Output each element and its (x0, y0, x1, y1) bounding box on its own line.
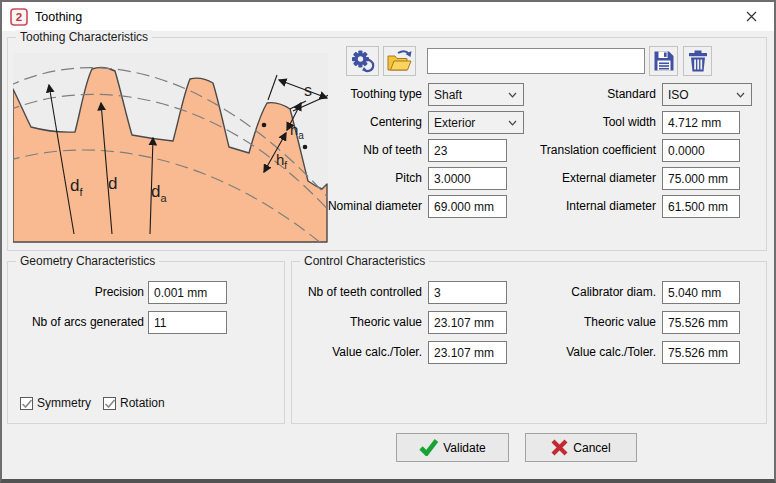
label-df: d (70, 176, 79, 195)
cancel-x-icon (551, 439, 568, 456)
preset-name-input[interactable] (427, 48, 645, 74)
label-da: d (151, 182, 160, 201)
calibrator-diam-label: Calibrator diam. (466, 281, 656, 304)
tool-width-input[interactable] (662, 111, 740, 134)
precision-input[interactable] (148, 281, 227, 304)
cancel-button[interactable]: Cancel (525, 433, 637, 462)
open-folder-icon (386, 49, 413, 73)
delete-button[interactable] (683, 46, 712, 76)
precision-label: Precision (12, 281, 144, 304)
standard-label: Standard (466, 83, 656, 106)
title-bar: 2 Toothing (2, 2, 774, 31)
check-icon (21, 399, 33, 409)
close-icon (746, 11, 757, 22)
rotation-label: Rotation (120, 396, 165, 410)
centering-label: Centering (232, 111, 422, 134)
label-d: d (108, 174, 117, 193)
external-diameter-label: External diameter (466, 167, 656, 190)
symmetry-checkbox[interactable] (20, 397, 33, 410)
window-title: Toothing (35, 10, 82, 24)
value-calc-toler-right-label: Value calc./Toler. (466, 341, 656, 364)
theoric-value-right-input[interactable] (662, 311, 740, 334)
rotation-checkbox[interactable] (103, 397, 116, 410)
nb-arcs-generated-input[interactable] (148, 311, 227, 334)
theoric-value-left-label: Theoric value (242, 311, 422, 334)
trash-icon (688, 50, 708, 72)
geometry-options: Symmetry Rotation (20, 396, 177, 410)
nb-arcs-generated-label: Nb of arcs generated (12, 311, 144, 334)
svg-text:d: d (108, 174, 117, 193)
calibrator-diam-input[interactable] (662, 281, 740, 304)
open-button[interactable] (383, 46, 416, 76)
generate-button[interactable] (346, 46, 379, 76)
standard-select[interactable]: ISO (662, 83, 752, 106)
app-logo-icon: 2 (10, 8, 28, 26)
nb-of-teeth-label: Nb of teeth (232, 139, 422, 162)
svg-text:2: 2 (16, 11, 22, 23)
toothing-type-label: Toothing type (232, 83, 422, 106)
external-diameter-input[interactable] (662, 167, 740, 190)
validate-check-icon (419, 439, 438, 456)
validate-button[interactable]: Validate (396, 433, 509, 462)
internal-diameter-label: Internal diameter (466, 195, 656, 218)
translation-coefficient-label: Translation coefficient (466, 139, 656, 162)
toothing-dialog: 2 Toothing Toothing Characteristics (0, 0, 776, 483)
close-button[interactable] (729, 2, 774, 31)
gear-refresh-icon (350, 49, 376, 73)
value-calc-toler-right-input[interactable] (662, 341, 740, 364)
value-calc-toler-left-label: Value calc./Toler. (242, 341, 422, 364)
check-icon (104, 399, 116, 409)
nominal-diameter-label: Nominal diameter (232, 195, 422, 218)
nb-teeth-controlled-label: Nb of teeth controlled (242, 281, 422, 304)
internal-diameter-input[interactable] (662, 195, 740, 218)
translation-coefficient-input[interactable] (662, 139, 740, 162)
group-title: Toothing Characteristics (16, 30, 152, 44)
save-button[interactable] (649, 46, 678, 76)
pitch-label: Pitch (232, 167, 422, 190)
group-title: Geometry Characteristics (16, 254, 159, 268)
theoric-value-right-label: Theoric value (466, 311, 656, 334)
save-icon (653, 50, 675, 72)
chevron-down-icon (736, 92, 745, 98)
group-title: Control Characteristics (300, 254, 429, 268)
tool-width-label: Tool width (466, 111, 656, 134)
symmetry-label: Symmetry (37, 396, 91, 410)
